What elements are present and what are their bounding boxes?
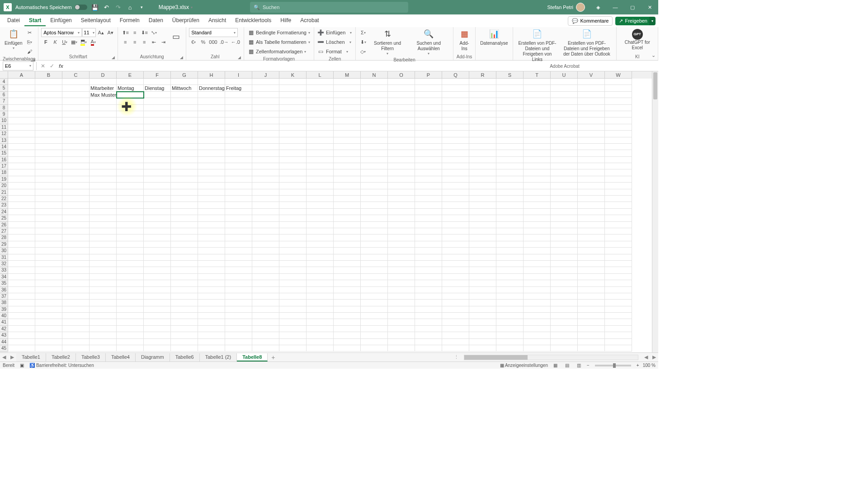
cell[interactable] [252, 137, 279, 144]
sort-filter-button[interactable]: ⇅ Sortieren und Filtern▾ [368, 28, 406, 57]
cell[interactable] [361, 137, 388, 144]
cell[interactable] [578, 215, 605, 221]
cell[interactable] [605, 241, 632, 248]
cell[interactable] [551, 137, 578, 144]
cell[interactable] [469, 222, 496, 228]
cell[interactable] [144, 235, 171, 241]
cell[interactable] [117, 254, 144, 261]
cell[interactable] [198, 124, 225, 131]
cell[interactable] [496, 332, 524, 338]
cell[interactable] [171, 332, 198, 338]
cell[interactable] [524, 300, 551, 306]
select-all-corner[interactable] [0, 71, 8, 79]
cell[interactable] [144, 163, 171, 169]
cell[interactable] [225, 287, 252, 293]
row-header[interactable]: 31 [0, 254, 8, 261]
cell[interactable] [279, 241, 307, 248]
cell[interactable] [225, 98, 252, 104]
cell[interactable] [605, 319, 632, 325]
cell[interactable] [551, 215, 578, 221]
cell[interactable] [171, 157, 198, 163]
cell[interactable] [90, 306, 117, 313]
cell[interactable] [171, 326, 198, 332]
sheet-nav-next-icon[interactable]: ▶ [8, 354, 16, 360]
cell[interactable] [307, 313, 334, 319]
cell[interactable] [62, 85, 90, 91]
qat-dropdown-icon[interactable]: ▾ [138, 3, 146, 11]
number-format-combo[interactable]: Standard▾ [189, 28, 238, 37]
cell[interactable] [334, 319, 361, 325]
cell[interactable] [144, 222, 171, 228]
camera-icon[interactable]: ⌂ [126, 3, 134, 11]
cell[interactable] [35, 124, 62, 131]
cell[interactable] [35, 300, 62, 306]
cell[interactable] [496, 124, 524, 131]
cell[interactable] [117, 183, 144, 189]
cell[interactable] [578, 345, 605, 352]
cell[interactable] [469, 137, 496, 144]
cell[interactable] [198, 274, 225, 280]
cell[interactable] [496, 111, 524, 117]
cell[interactable] [90, 215, 117, 221]
cell[interactable] [605, 345, 632, 352]
cell[interactable] [225, 313, 252, 319]
cell[interactable] [144, 169, 171, 176]
cell[interactable] [578, 235, 605, 241]
cell[interactable] [62, 144, 90, 150]
cell[interactable] [361, 189, 388, 196]
cell[interactable] [279, 339, 307, 345]
cell[interactable] [551, 293, 578, 300]
cell[interactable] [605, 144, 632, 150]
paste-button[interactable]: 📋 Einfügen ▾ [3, 28, 24, 52]
cell[interactable] [225, 222, 252, 228]
cell[interactable] [8, 163, 35, 169]
cell[interactable] [551, 280, 578, 286]
cell[interactable] [62, 176, 90, 183]
cell[interactable] [171, 261, 198, 267]
cell[interactable] [117, 202, 144, 208]
column-header[interactable]: C [62, 71, 90, 79]
cell[interactable] [62, 98, 90, 104]
row-header[interactable]: 39 [0, 306, 8, 313]
row-header[interactable]: 15 [0, 150, 8, 156]
cell[interactable] [442, 92, 469, 98]
cell[interactable] [117, 293, 144, 300]
cell[interactable] [252, 254, 279, 261]
cell[interactable] [524, 183, 551, 189]
cell[interactable] [252, 79, 279, 85]
cell[interactable] [334, 137, 361, 144]
cell[interactable] [496, 235, 524, 241]
cell[interactable] [225, 131, 252, 137]
cell[interactable] [307, 124, 334, 131]
cell[interactable] [578, 163, 605, 169]
menu-tab-acrobat[interactable]: Acrobat [296, 15, 323, 26]
cell[interactable] [279, 111, 307, 117]
cell[interactable] [279, 92, 307, 98]
cell[interactable] [144, 241, 171, 248]
cell[interactable] [198, 117, 225, 124]
column-header[interactable]: F [144, 71, 171, 79]
cell[interactable] [307, 332, 334, 338]
cell[interactable] [198, 150, 225, 156]
cell[interactable] [578, 111, 605, 117]
cell[interactable] [415, 339, 442, 345]
cell[interactable] [442, 85, 469, 91]
diamond-icon[interactable]: ◈ [590, 0, 607, 14]
cell[interactable] [442, 176, 469, 183]
cell[interactable] [334, 131, 361, 137]
cell[interactable] [524, 196, 551, 202]
cell[interactable] [415, 326, 442, 332]
cell[interactable] [415, 306, 442, 313]
cell[interactable] [524, 117, 551, 124]
cell[interactable] [361, 202, 388, 208]
cell[interactable] [225, 157, 252, 163]
row-header[interactable]: 38 [0, 300, 8, 306]
cell[interactable] [551, 105, 578, 111]
cell[interactable] [171, 189, 198, 196]
cell[interactable] [361, 261, 388, 267]
cell[interactable] [279, 209, 307, 215]
cell[interactable] [117, 280, 144, 286]
cell[interactable] [35, 209, 62, 215]
cell[interactable] [388, 183, 415, 189]
minimize-icon[interactable]: — [607, 0, 624, 14]
